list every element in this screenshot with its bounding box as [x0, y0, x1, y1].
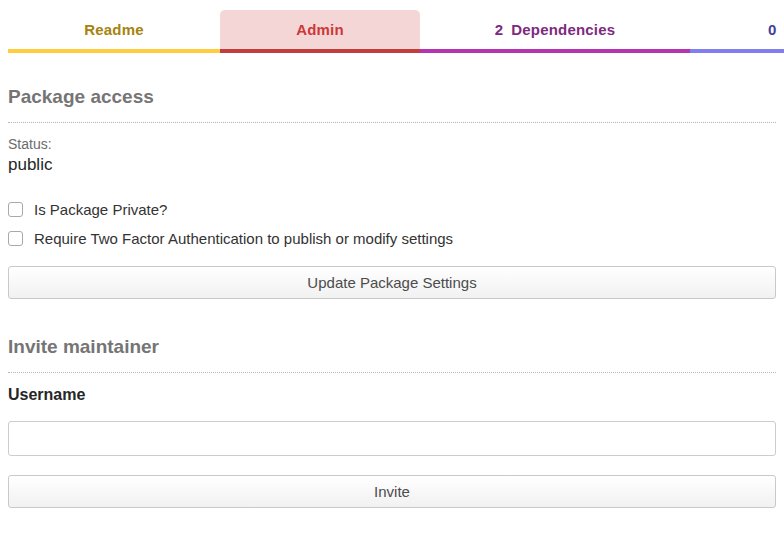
status-value: public: [8, 155, 776, 175]
section-divider: [8, 372, 776, 373]
invite-button[interactable]: Invite: [8, 475, 776, 508]
private-checkbox-row[interactable]: Is Package Private?: [8, 201, 776, 218]
is-package-private-checkbox[interactable]: [8, 202, 23, 217]
tab-readme-label: Readme: [84, 21, 144, 38]
tab-dependencies[interactable]: 2 Dependencies: [420, 10, 690, 53]
invite-maintainer-title: Invite maintainer: [8, 336, 776, 358]
tab-readme[interactable]: Readme: [8, 10, 220, 53]
update-package-settings-button[interactable]: Update Package Settings: [8, 266, 776, 299]
require-2fa-checkbox[interactable]: [8, 231, 23, 246]
package-tabbar: Readme Admin 2 Dependencies 0: [8, 0, 784, 53]
username-input[interactable]: [8, 421, 776, 456]
two-factor-checkbox-row[interactable]: Require Two Factor Authentication to pub…: [8, 230, 776, 247]
package-access-title: Package access: [8, 86, 776, 108]
tab-admin-label: Admin: [296, 21, 344, 38]
invite-maintainer-section: Invite maintainer Username Invite: [8, 336, 776, 508]
is-package-private-label: Is Package Private?: [34, 201, 167, 218]
status-label: Status:: [8, 136, 776, 152]
tab-dependencies-count: 2: [495, 21, 504, 38]
tab-dependencies-label: Dependencies: [511, 21, 615, 38]
section-divider: [8, 122, 776, 123]
require-2fa-label: Require Two Factor Authentication to pub…: [34, 230, 453, 247]
username-label: Username: [8, 386, 776, 404]
admin-panel: Package access Status: public Is Package…: [8, 86, 776, 508]
package-access-section: Package access Status: public Is Package…: [8, 86, 776, 299]
package-settings-checkboxes: Is Package Private? Require Two Factor A…: [8, 201, 776, 247]
tab-admin[interactable]: Admin: [220, 10, 420, 53]
tab-dependents-count: 0: [768, 21, 777, 38]
tab-dependents[interactable]: 0: [690, 10, 784, 53]
